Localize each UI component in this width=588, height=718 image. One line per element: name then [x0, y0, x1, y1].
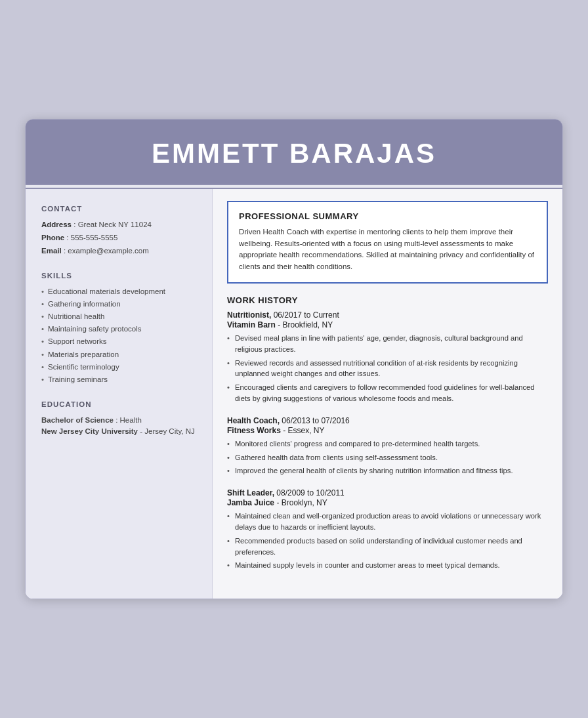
- address-value: Great Neck NY 11024: [78, 221, 152, 228]
- duty-item: Encouraged clients and caregivers to fol…: [227, 382, 548, 404]
- job-title-line: Health Coach, 06/2013 to 07/2016: [227, 416, 548, 425]
- job-title: Shift Leader,: [227, 488, 274, 497]
- job-title: Health Coach,: [227, 416, 280, 425]
- company-name: Fitness Works: [227, 426, 281, 435]
- skill-item: Maintaining safety protocols: [41, 324, 199, 334]
- summary-text: Driven Health Coach with expertise in me…: [239, 226, 536, 273]
- job-duties-list: Devised meal plans in line with patients…: [227, 333, 548, 404]
- skill-item: Support networks: [41, 336, 199, 347]
- jobs-container: Nutritionist, 06/2017 to CurrentVitamin …: [227, 310, 548, 571]
- phone-item: Phone : 555-555-5555: [41, 232, 199, 243]
- job-title: Nutritionist,: [227, 310, 271, 320]
- skill-item: Scientific terminology: [41, 362, 199, 372]
- skills-list: Educational materials developmentGatheri…: [41, 286, 199, 385]
- education-school: New Jersey City University: [41, 427, 138, 435]
- company-location: - Brookfield, NY: [278, 320, 333, 329]
- phone-label: Phone: [41, 234, 64, 242]
- contact-section: CONTACT Address : Great Neck NY 11024 Ph…: [41, 205, 199, 256]
- company-name: Jamba Juice: [227, 498, 274, 507]
- education-degree-field: Health: [120, 416, 142, 424]
- duty-item: Monitored clients' progress and compared…: [227, 438, 548, 450]
- contact-title: CONTACT: [41, 205, 199, 213]
- work-history-title: WORK HISTORY: [227, 295, 548, 305]
- resume-header: EMMETT BARAJAS: [26, 119, 562, 184]
- skill-item: Educational materials development: [41, 286, 199, 297]
- job-duties-list: Maintained clean and well-organized prod…: [227, 511, 548, 571]
- duty-item: Maintained clean and well-organized prod…: [227, 511, 548, 533]
- professional-summary-box: PROFESSIONAL SUMMARY Driven Health Coach…: [227, 201, 548, 284]
- work-history-section: WORK HISTORY Nutritionist, 06/2017 to Cu…: [227, 295, 548, 571]
- company-line: Vitamin Barn - Brookfield, NY: [227, 320, 548, 329]
- job-title-line: Nutritionist, 06/2017 to Current: [227, 310, 548, 320]
- summary-title: PROFESSIONAL SUMMARY: [239, 211, 536, 221]
- education-section: EDUCATION Bachelor of Science : Health N…: [41, 400, 199, 438]
- skill-item: Training seminars: [41, 374, 199, 385]
- duty-item: Reviewed records and assessed nutritiona…: [227, 358, 548, 380]
- email-label: Email: [41, 247, 62, 255]
- work-entry: Nutritionist, 06/2017 to CurrentVitamin …: [227, 310, 548, 404]
- address-label: Address: [41, 221, 72, 228]
- company-location: - Brooklyn, NY: [276, 498, 327, 507]
- sidebar: CONTACT Address : Great Neck NY 11024 Ph…: [26, 189, 213, 599]
- education-degree-label: Bachelor of Science: [41, 416, 114, 424]
- duty-item: Recommended products based on solid unde…: [227, 536, 548, 558]
- header-divider: [26, 184, 562, 189]
- company-name: Vitamin Barn: [227, 320, 276, 329]
- address-item: Address : Great Neck NY 11024: [41, 219, 199, 230]
- company-line: Jamba Juice - Brooklyn, NY: [227, 498, 548, 507]
- resume-body: CONTACT Address : Great Neck NY 11024 Ph…: [26, 189, 562, 599]
- email-item: Email : example@example.com: [41, 245, 199, 256]
- skill-item: Nutritional health: [41, 311, 199, 322]
- work-entry: Shift Leader, 08/2009 to 10/2011Jamba Ju…: [227, 488, 548, 571]
- duty-item: Devised meal plans in line with patients…: [227, 333, 548, 355]
- education-details: Bachelor of Science : Health New Jersey …: [41, 415, 199, 438]
- resume-wrapper: EMMETT BARAJAS CONTACT Address : Great N…: [25, 119, 563, 599]
- skill-item: Gathering information: [41, 299, 199, 309]
- work-entry: Health Coach, 06/2013 to 07/2016Fitness …: [227, 416, 548, 476]
- education-location: Jersey City, NJ: [144, 427, 194, 435]
- email-value: example@example.com: [68, 247, 149, 255]
- company-line: Fitness Works - Essex, NY: [227, 426, 548, 435]
- company-location: - Essex, NY: [283, 426, 324, 435]
- duty-item: Maintained supply levels in counter and …: [227, 560, 548, 571]
- phone-value: 555-555-5555: [71, 234, 118, 242]
- education-title: EDUCATION: [41, 400, 199, 408]
- job-duties-list: Monitored clients' progress and compared…: [227, 438, 548, 476]
- skills-section: SKILLS Educational materials development…: [41, 272, 199, 385]
- candidate-name: EMMETT BARAJAS: [39, 138, 549, 169]
- main-content: PROFESSIONAL SUMMARY Driven Health Coach…: [213, 189, 562, 599]
- duty-item: Gathered health data from clients using …: [227, 452, 548, 463]
- skills-title: SKILLS: [41, 272, 199, 280]
- duty-item: Improved the general health of clients b…: [227, 465, 548, 476]
- skill-item: Materials preparation: [41, 349, 199, 360]
- job-title-line: Shift Leader, 08/2009 to 10/2011: [227, 488, 548, 497]
